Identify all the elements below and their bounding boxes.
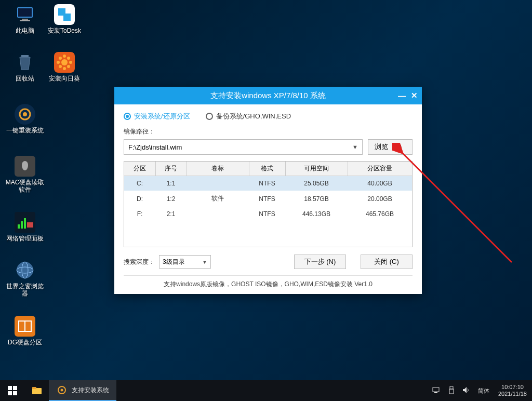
svg-rect-9 <box>24 218 26 229</box>
time-text: 10:07:10 <box>498 384 527 391</box>
table-row[interactable]: D: 1:2 软件 NTFS 18.57GB 20.00GB <box>124 191 412 207</box>
recycle-icon <box>15 52 35 73</box>
svg-rect-29 <box>13 391 17 395</box>
icon-label: MAC硬盘读取软件 <box>5 179 45 193</box>
col-format: 格式 <box>249 162 285 176</box>
ime-indicator[interactable]: 简体 <box>474 387 493 395</box>
search-depth-dropdown[interactable]: 3级目录 ▼ <box>159 255 211 269</box>
svg-point-19 <box>57 61 60 64</box>
path-value: F:\Zjds\install.wim <box>128 143 182 151</box>
desktop-icon-sunflower[interactable]: 安装向日葵 <box>45 52 84 82</box>
icon-label: 世界之窗浏览器 <box>5 283 45 297</box>
svg-point-16 <box>61 59 68 65</box>
gear-icon <box>56 384 68 396</box>
minimize-button[interactable]: — <box>398 91 406 100</box>
globe-icon <box>15 260 35 280</box>
svg-rect-3 <box>20 20 30 21</box>
icon-label: 安装ToDesk <box>45 27 84 34</box>
svg-rect-34 <box>433 387 439 392</box>
svg-rect-28 <box>8 391 12 395</box>
taskbar-app-installer[interactable]: 支持安装系统 <box>49 380 116 401</box>
chevron-down-icon: ▼ <box>202 259 207 265</box>
icon-label: 网络管理面板 <box>5 235 45 242</box>
table-header-row: 分区 序号 卷标 格式 可用空间 分区容量 <box>124 162 412 176</box>
window-controls: — ✕ <box>398 87 418 104</box>
sunflower-icon <box>54 52 75 73</box>
radio-backup[interactable]: 备份系统/GHO,WIN,ESD <box>206 112 291 121</box>
image-path-dropdown[interactable]: F:\Zjds\install.wim ▼ <box>124 139 363 155</box>
radio-install[interactable]: 安装系统/还原分区 <box>124 112 190 121</box>
path-row: F:\Zjds\install.wim ▼ 浏览（B） <box>124 139 413 155</box>
svg-rect-31 <box>32 387 36 389</box>
svg-rect-26 <box>8 386 12 390</box>
pc-icon <box>15 4 35 25</box>
svg-point-21 <box>59 57 62 60</box>
volume-tray-icon[interactable] <box>459 386 474 395</box>
svg-rect-37 <box>449 389 454 394</box>
titlebar[interactable]: 支持安装windows XP/7/8/10 系统 — ✕ <box>114 87 422 104</box>
taskbar: 支持安装系统 简体 10:07:10 2021/11/18 <box>0 380 532 401</box>
icon-label: 回收站 <box>5 75 45 82</box>
path-label: 镜像路径： <box>124 127 413 136</box>
table-row[interactable]: F: 2:1 NTFS 446.13GB 465.76GB <box>124 207 412 221</box>
col-index: 序号 <box>155 162 187 176</box>
desktop-icon-reinstall[interactable]: 一键重装系统 <box>5 104 45 134</box>
window-title: 支持安装windows XP/7/8/10 系统 <box>210 91 326 101</box>
svg-point-24 <box>67 65 70 68</box>
icon-label: 一键重装系统 <box>5 127 45 134</box>
desktop-icon-this-pc[interactable]: 此电脑 <box>5 4 45 34</box>
desktop-icon-dg[interactable]: DG硬盘分区 <box>5 316 45 346</box>
close-button[interactable]: ✕ <box>411 91 418 100</box>
todesk-icon <box>54 4 75 25</box>
svg-rect-35 <box>434 392 437 393</box>
network-tray-icon[interactable] <box>429 386 444 395</box>
svg-rect-10 <box>27 222 33 228</box>
svg-rect-8 <box>21 221 23 229</box>
dg-icon <box>15 316 35 337</box>
usb-tray-icon[interactable] <box>444 386 459 395</box>
system-tray: 简体 10:07:10 2021/11/18 <box>429 380 532 401</box>
footer-text: 支持windows原版镜像，GHOST ISO镜像，GHO,WIM,ESD镜像安… <box>124 275 413 289</box>
radio-label: 备份系统/GHO,WIN,ESD <box>216 112 291 121</box>
icon-label: 此电脑 <box>5 27 45 34</box>
desktop-icon-recycle[interactable]: 回收站 <box>5 52 45 82</box>
svg-point-22 <box>67 57 70 60</box>
installer-dialog: 支持安装windows XP/7/8/10 系统 — ✕ 安装系统/还原分区 备… <box>114 87 422 294</box>
radio-dot-icon <box>206 113 213 120</box>
taskbar-clock[interactable]: 10:07:10 2021/11/18 <box>493 384 532 397</box>
svg-point-17 <box>63 55 66 58</box>
svg-point-20 <box>69 61 72 64</box>
col-free: 可用空间 <box>285 162 348 176</box>
svg-point-11 <box>17 262 33 278</box>
browse-button[interactable]: 浏览（B） <box>368 139 413 155</box>
bottom-row: 搜索深度： 3级目录 ▼ 下一步 (N) 关闭 (C) <box>124 255 413 269</box>
svg-rect-27 <box>13 386 17 390</box>
table-row[interactable]: C: 1:1 NTFS 25.05GB 40.00GB <box>124 176 412 191</box>
icon-label: DG硬盘分区 <box>5 339 45 346</box>
svg-point-23 <box>59 65 62 68</box>
mode-radio-group: 安装系统/还原分区 备份系统/GHO,WIN,ESD <box>124 112 413 121</box>
taskbar-app-label: 支持安装系统 <box>72 386 109 395</box>
windows-icon <box>8 386 17 395</box>
radio-label: 安装系统/还原分区 <box>134 112 190 121</box>
next-button[interactable]: 下一步 (N) <box>294 255 346 269</box>
dialog-content: 安装系统/还原分区 备份系统/GHO,WIN,ESD 镜像路径： F:\Zjds… <box>114 104 422 294</box>
svg-point-33 <box>61 389 63 392</box>
svg-rect-7 <box>18 224 20 229</box>
svg-point-18 <box>63 67 66 70</box>
desktop-icon-browser[interactable]: 世界之窗浏览器 <box>5 260 45 297</box>
desktop-icon-todesk[interactable]: 安装ToDesk <box>45 4 84 34</box>
apple-disk-icon <box>15 156 35 177</box>
start-button[interactable] <box>0 380 25 401</box>
icon-label: 安装向日葵 <box>45 75 84 82</box>
close-btn[interactable]: 关闭 (C) <box>361 255 413 269</box>
desktop-icon-mac-disk[interactable]: MAC硬盘读取软件 <box>5 156 45 193</box>
col-partition: 分区 <box>124 162 155 176</box>
col-volume: 卷标 <box>187 162 249 176</box>
taskbar-explorer[interactable] <box>25 380 49 401</box>
svg-rect-4 <box>21 55 29 57</box>
svg-rect-1 <box>18 8 32 17</box>
svg-rect-36 <box>450 386 453 389</box>
desktop-icon-network[interactable]: 网络管理面板 <box>5 212 45 242</box>
partition-table: 分区 序号 卷标 格式 可用空间 分区容量 C: 1:1 NTFS 25.05G… <box>124 161 413 247</box>
